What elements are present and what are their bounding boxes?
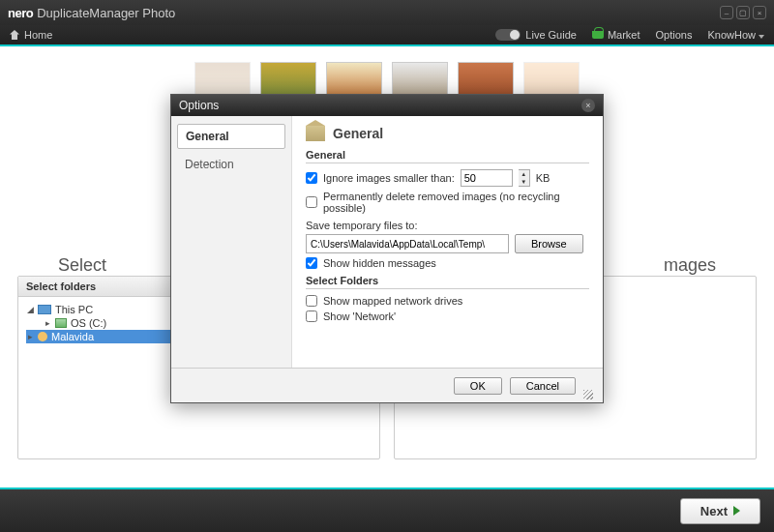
cart-icon: [592, 31, 604, 39]
ignore-label: Ignore images smaller than:: [323, 172, 455, 184]
size-spinner[interactable]: ▲▼: [519, 169, 530, 187]
group-folders: Select Folders: [306, 275, 589, 289]
browse-button[interactable]: Browse: [515, 234, 583, 253]
content-heading: General: [306, 126, 589, 141]
options-link[interactable]: Options: [656, 29, 693, 41]
ignore-checkbox[interactable]: [306, 172, 317, 184]
tab-detection[interactable]: Detection: [177, 153, 285, 176]
showhidden-label: Show hidden messages: [323, 257, 436, 269]
tmp-path-input[interactable]: [306, 234, 509, 253]
brand-logo: nero: [8, 6, 33, 20]
options-dialog: Options × General Detection General Gene…: [170, 94, 604, 403]
chevron-down-icon: [759, 35, 764, 39]
dialog-content: General General Ignore images smaller th…: [291, 116, 603, 368]
mapped-checkbox[interactable]: [306, 295, 317, 307]
resize-grip[interactable]: [583, 390, 593, 399]
permdelete-checkbox[interactable]: [306, 196, 317, 208]
dialog-titlebar[interactable]: Options ×: [171, 95, 603, 116]
user-icon: [38, 332, 47, 341]
maximize-button[interactable]: ▢: [736, 6, 750, 19]
cancel-button[interactable]: Cancel: [510, 377, 576, 395]
liveguide-label: Live Guide: [525, 29, 577, 41]
dialog-footer: OK Cancel: [171, 368, 603, 402]
dialog-sidebar: General Detection: [171, 116, 291, 368]
app-name: DuplicateManager Photo: [37, 6, 175, 20]
expand-icon[interactable]: ▸: [44, 319, 51, 327]
collapse-icon[interactable]: ◢: [26, 306, 34, 313]
titlebar: nero DuplicateManager Photo – ▢ ×: [0, 0, 774, 25]
market-link[interactable]: Market: [592, 29, 640, 41]
drive-icon: [55, 318, 67, 328]
general-icon: [306, 126, 325, 141]
close-button[interactable]: ×: [753, 6, 766, 19]
heading-right: mages: [664, 255, 716, 276]
network-checkbox[interactable]: [306, 310, 317, 322]
next-button[interactable]: Next: [680, 498, 760, 524]
arrow-right-icon: [733, 506, 740, 516]
network-label: Show 'Network': [323, 310, 396, 322]
home-link[interactable]: Home: [24, 29, 52, 41]
home-icon: [10, 30, 19, 40]
knowhow-link[interactable]: KnowHow: [707, 29, 764, 41]
menubar: Home Live Guide Market Options KnowHow: [0, 25, 774, 46]
mapped-label: Show mapped network drives: [323, 295, 462, 307]
footer: Next: [0, 488, 774, 532]
tab-general[interactable]: General: [177, 124, 285, 149]
pc-icon: [38, 305, 51, 314]
dialog-title: Options: [179, 99, 219, 112]
liveguide-toggle[interactable]: [495, 29, 521, 41]
ignore-unit: KB: [536, 172, 551, 184]
showhidden-checkbox[interactable]: [306, 257, 317, 269]
expand-icon[interactable]: ▸: [26, 333, 34, 340]
group-general: General: [306, 149, 589, 163]
ignore-size-input[interactable]: [461, 169, 513, 187]
permdelete-label: Permanently delete removed images (no re…: [323, 191, 589, 214]
thumbnail-strip: [0, 48, 774, 101]
tmp-label: Save temporary files to:: [306, 220, 418, 231]
dialog-close-button[interactable]: ×: [581, 99, 595, 112]
minimize-button[interactable]: –: [720, 6, 733, 19]
heading-left: Select: [58, 255, 106, 276]
ok-button[interactable]: OK: [454, 377, 502, 395]
